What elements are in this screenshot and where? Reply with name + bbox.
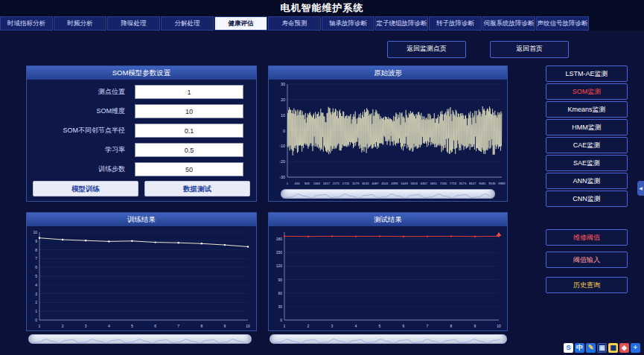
tab-life-predict[interactable]: 寿命预测 [268,16,321,31]
svg-text:30: 30 [281,82,285,86]
svg-text:0: 0 [280,318,282,322]
som-dimension-label: SOM维度 [27,102,125,120]
tab-bar: 时域指标分析 时频分析 降噪处理 分解处理 健康评估 寿命预测 轴承故障诊断 定… [0,16,644,31]
testing-panel-title: 测试结果 [269,213,507,226]
svg-text:0: 0 [283,129,285,133]
svg-text:8: 8 [200,324,203,328]
menu-hmm-monitor[interactable]: HMM监测 [546,119,628,135]
svg-text:8627: 8627 [469,182,476,185]
train-model-button[interactable]: 模型训练 [33,181,138,196]
tab-time-domain[interactable]: 时域指标分析 [0,16,53,31]
svg-text:180: 180 [276,237,283,241]
learning-rate-label: 学习率 [27,141,125,159]
page-title: 电机智能维护系统 [0,0,644,16]
training-panel-title: 训练结果 [27,213,256,226]
testing-scrollbar[interactable] [270,334,507,344]
training-result-panel: 训练结果 10987654321012345678910 [26,212,257,331]
svg-text:1: 1 [284,324,286,328]
waveform-chart: 3020100-10-20-30145590913631817227127253… [270,80,506,187]
waveform-panel-title: 原始波形 [269,66,507,80]
training-scrollbar[interactable] [28,334,252,344]
svg-text:1363: 1363 [313,182,321,185]
svg-text:3179: 3179 [352,182,360,185]
pen-icon[interactable]: ✎ [586,343,596,353]
maintenance-threshold-button[interactable]: 维修阈值 [546,229,628,246]
tab-servo-fault[interactable]: 伺服系统故障诊断 [482,16,535,31]
som-dimension-input[interactable] [135,104,243,118]
svg-text:8: 8 [35,248,37,252]
svg-text:3: 3 [35,292,37,296]
svg-text:6: 6 [403,324,405,328]
back-home-button[interactable]: 返回首页 [490,41,569,58]
tab-denoise[interactable]: 降噪处理 [107,16,160,31]
svg-text:4: 4 [35,283,37,287]
svg-text:9: 9 [474,324,476,328]
svg-text:8173: 8173 [459,182,467,185]
svg-text:2725: 2725 [342,182,350,185]
tab-time-freq[interactable]: 时频分析 [54,16,106,31]
svg-text:2: 2 [35,300,37,304]
side-panel-handle-icon[interactable]: ◀ [637,181,644,196]
svg-text:4: 4 [355,324,357,328]
svg-text:7: 7 [177,324,179,328]
svg-text:90: 90 [278,278,282,282]
svg-text:-20: -20 [279,159,285,164]
sogou-input-icon[interactable]: S [564,343,573,353]
svg-text:10: 10 [281,113,285,118]
app-window: 电机智能维护系统 时域指标分析 时频分析 降噪处理 分解处理 健康评估 寿命预测… [0,0,644,355]
tab-acoustic-fault[interactable]: 声纹信号故障诊断 [536,16,589,31]
tab-stator-fault[interactable]: 定子绕组故障诊断 [375,16,428,31]
test-data-button[interactable]: 数据测试 [144,181,250,196]
train-steps-label: 训练步数 [27,160,125,178]
svg-text:6: 6 [35,265,37,269]
svg-text:2271: 2271 [333,182,340,185]
back-to-points-button[interactable]: 返回监测点页 [387,41,466,58]
point-position-input[interactable] [135,85,243,99]
svg-text:7: 7 [427,324,429,328]
menu-lstm-ae-monitor[interactable]: LSTM-AE监测 [546,65,628,82]
menu-cnn-monitor[interactable]: CNN监测 [546,191,628,207]
chinese-mode-icon[interactable]: 中 [575,343,584,353]
keyboard-icon[interactable]: ▣ [597,343,607,353]
grid-icon[interactable]: ▦ [608,343,618,353]
tab-rotor-fault[interactable]: 转子故障诊断 [429,16,482,31]
svg-text:5449: 5449 [401,182,408,185]
tab-health-eval[interactable]: 健康评估 [214,16,267,31]
menu-kmeans-monitor[interactable]: Kmeans监测 [546,101,628,118]
svg-text:9: 9 [224,324,226,328]
svg-text:7265: 7265 [440,182,447,185]
tab-bearing-fault[interactable]: 轴承故障诊断 [322,16,374,31]
svg-text:6: 6 [154,324,156,328]
skin-icon[interactable]: ◆ [619,343,629,353]
som-params-panel: SOM模型参数设置 测点位置 SOM维度 SOM不同邻节点半径 学习率 训练步数… [26,65,257,202]
testing-result-panel: 测试结果 180150120906030012345678910 [268,212,508,331]
svg-text:6357: 6357 [421,182,428,185]
learning-rate-input[interactable] [135,143,243,157]
svg-text:6811: 6811 [430,182,438,185]
svg-text:8: 8 [450,324,453,328]
som-params-title: SOM模型参数设置 [27,66,256,80]
threshold-input-button[interactable]: 阈值输入 [546,252,628,268]
waveform-panel: 原始波形 3020100-10-20-301455909136318172271… [268,65,508,202]
menu-sae-monitor[interactable]: SAE监测 [546,155,628,171]
menu-ann-monitor[interactable]: ANN监测 [546,173,628,189]
settings-icon[interactable]: + [631,343,640,353]
svg-text:3633: 3633 [362,182,369,185]
svg-text:1: 1 [287,182,289,185]
menu-som-monitor[interactable]: SOM监测 [546,83,628,100]
history-query-button[interactable]: 历史查询 [546,277,628,293]
menu-cae-monitor[interactable]: CAE监测 [546,137,628,153]
waveform-scrollbar[interactable] [281,189,495,199]
som-radius-input[interactable] [135,124,243,138]
tab-decompose[interactable]: 分解处理 [161,16,214,31]
svg-text:20: 20 [281,97,285,102]
svg-text:30: 30 [278,304,282,309]
svg-text:60: 60 [278,291,282,295]
scrollbar-preview [29,337,249,344]
svg-text:1: 1 [39,324,41,328]
svg-text:4995: 4995 [391,182,398,185]
svg-text:9535: 9535 [488,182,496,185]
svg-text:10: 10 [33,230,37,234]
train-steps-input[interactable] [135,162,243,176]
svg-text:2: 2 [307,324,310,328]
